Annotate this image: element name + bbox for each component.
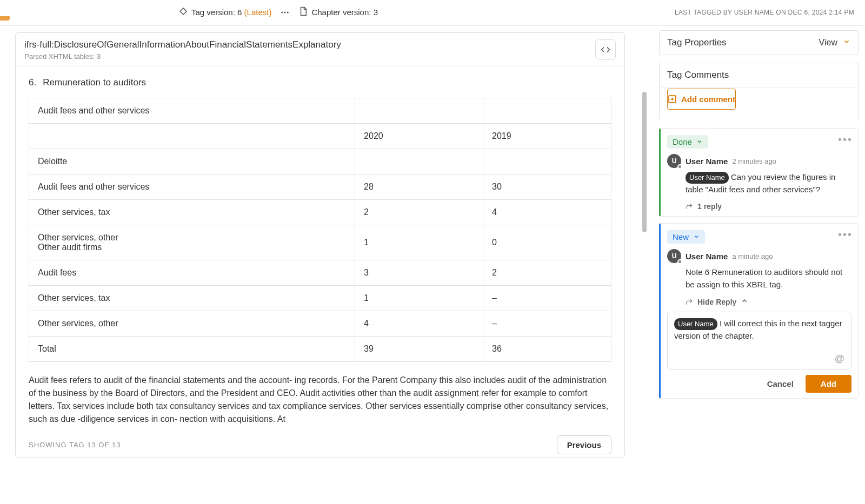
- more-icon[interactable]: [280, 8, 290, 17]
- section-title: 6.Remuneration to auditors: [29, 77, 611, 88]
- status-badge-done[interactable]: Done: [667, 135, 708, 149]
- year-2020: 2020: [355, 124, 483, 149]
- row-label: Audit fees and other services: [29, 174, 355, 200]
- table-row: Other services, other4–: [29, 311, 611, 337]
- view-toggle[interactable]: View: [819, 38, 850, 48]
- svg-point-0: [282, 11, 283, 13]
- add-button[interactable]: Add: [806, 375, 851, 393]
- comment-header: U User Name a minute ago: [667, 249, 851, 263]
- row-value-2019: 0: [483, 225, 611, 260]
- table-row: Audit fees32: [29, 260, 611, 286]
- row-value-2020: [355, 149, 483, 174]
- scrollbar-thumb[interactable]: [642, 92, 647, 232]
- sidebar: Tag Properties View Tag Comments Add com…: [650, 26, 865, 504]
- tag-subtitle: Parsed XHTML tables: 3: [24, 52, 589, 61]
- row-label: Total: [29, 337, 355, 362]
- tag-body: 6.Remuneration to auditors Audit fees an…: [16, 66, 624, 454]
- comment-username: User Name: [686, 252, 728, 261]
- table-row: Other services, otherOther audit firms10: [29, 225, 611, 260]
- comment-menu-icon[interactable]: •••: [838, 229, 853, 240]
- row-value-2019: –: [483, 286, 611, 311]
- row-label: Other services, tax: [29, 286, 355, 311]
- mention-badge: User Name: [674, 318, 717, 330]
- main-layout: ifrs-full:DisclosureOfGeneralInformation…: [0, 26, 865, 504]
- reply-text[interactable]: User Name I will correct this in the nex…: [674, 318, 844, 350]
- document-icon: [298, 6, 308, 18]
- audit-fees-table: Audit fees and other services 2020 2019 …: [29, 98, 611, 362]
- table-row: Deloitte: [29, 149, 611, 174]
- chevron-up-icon: [741, 297, 748, 306]
- row-value-2019: 2: [483, 260, 611, 286]
- properties-title: Tag Properties: [667, 37, 727, 48]
- table-row: Audit fees and other services2830: [29, 174, 611, 200]
- row-value-2020: 28: [355, 174, 483, 200]
- comment-card: ••• Done U User Name 2 minutes ago User …: [659, 128, 859, 217]
- row-value-2020: 1: [355, 225, 483, 260]
- latest-label: (Latest): [244, 8, 272, 17]
- row-value-2020: 3: [355, 260, 483, 286]
- description-text: Audit fees refers to audit of the financ…: [29, 374, 611, 426]
- add-comment-button[interactable]: Add comment: [667, 89, 736, 110]
- row-label: Deloitte: [29, 149, 355, 174]
- comment-time: a minute ago: [732, 252, 773, 260]
- previous-button[interactable]: Previous: [557, 435, 611, 454]
- comment-username: User Name: [686, 157, 728, 166]
- table-row: Other services, tax1–: [29, 286, 611, 311]
- comment-body: Note 6 Remuneration to auditors should n…: [686, 266, 851, 291]
- last-tagged-info: LAST TAGGED BY USER NAME ON DEC 6, 2024 …: [675, 9, 854, 16]
- table-row: Other services, tax24: [29, 200, 611, 225]
- row-label: Audit fees: [29, 260, 355, 286]
- row-value-2020: 39: [355, 337, 483, 362]
- mention-badge: User Name: [686, 172, 729, 184]
- row-value-2019: [483, 149, 611, 174]
- chevron-down-icon: [843, 38, 850, 48]
- row-value-2019: –: [483, 311, 611, 337]
- row-value-2020: 4: [355, 311, 483, 337]
- tag-properties-panel: Tag Properties View: [659, 30, 859, 55]
- row-label: Other services, tax: [29, 200, 355, 225]
- comment-card: ••• New U User Name a minute ago Note 6 …: [659, 223, 859, 399]
- svg-point-2: [287, 11, 289, 13]
- topbar: Tag version: 6 (Latest) Chapter version:…: [0, 0, 865, 26]
- mention-icon[interactable]: @: [674, 353, 844, 365]
- comment-body: User Name Can you review the figures in …: [686, 171, 851, 196]
- tag-comments-panel: Tag Comments Add comment: [659, 63, 859, 120]
- tag-icon: [178, 6, 188, 18]
- reply-toggle[interactable]: 1 reply: [686, 202, 851, 211]
- tag-version: Tag version: 6 (Latest): [191, 8, 271, 17]
- orange-indicator: [0, 16, 10, 21]
- cancel-button[interactable]: Cancel: [762, 375, 799, 393]
- row-value-2020: 1: [355, 286, 483, 311]
- footer-row: SHOWING TAG 13 OF 13 Previous: [29, 435, 611, 454]
- avatar: U: [667, 154, 681, 168]
- version-info: Tag version: 6 (Latest) Chapter version:…: [178, 6, 378, 18]
- row-value-2019: 36: [483, 337, 611, 362]
- year-2019: 2019: [483, 124, 611, 149]
- table-caption: Audit fees and other services: [29, 98, 355, 124]
- svg-point-1: [284, 11, 286, 13]
- chapter-version: Chapter version: 3: [311, 8, 378, 17]
- tag-name: ifrs-full:DisclosureOfGeneralInformation…: [24, 39, 589, 50]
- tag-block-header: ifrs-full:DisclosureOfGeneralInformation…: [16, 33, 624, 66]
- row-value-2020: 2: [355, 200, 483, 225]
- comment-menu-icon[interactable]: •••: [838, 134, 853, 145]
- tag-block: ifrs-full:DisclosureOfGeneralInformation…: [15, 32, 625, 458]
- comments-title: Tag Comments: [667, 70, 729, 80]
- row-label: Other services, otherOther audit firms: [29, 225, 355, 260]
- comment-time: 2 minutes ago: [732, 157, 776, 165]
- content-area: ifrs-full:DisclosureOfGeneralInformation…: [0, 26, 650, 504]
- code-toggle-button[interactable]: [595, 39, 616, 60]
- table-row: Total3936: [29, 337, 611, 362]
- chevron-down-icon: [696, 138, 703, 146]
- tag-counter: SHOWING TAG 13 OF 13: [29, 441, 121, 449]
- avatar: U: [667, 249, 681, 263]
- reply-editor[interactable]: User Name I will correct this in the nex…: [667, 312, 851, 369]
- row-value-2019: 4: [483, 200, 611, 225]
- hide-reply-toggle[interactable]: Hide Reply: [686, 297, 851, 306]
- chevron-down-icon: [693, 233, 700, 241]
- comment-header: U User Name 2 minutes ago: [667, 154, 851, 168]
- row-value-2019: 30: [483, 174, 611, 200]
- status-badge-new[interactable]: New: [667, 230, 705, 244]
- row-label: Other services, other: [29, 311, 355, 337]
- reply-actions: Cancel Add: [667, 375, 851, 393]
